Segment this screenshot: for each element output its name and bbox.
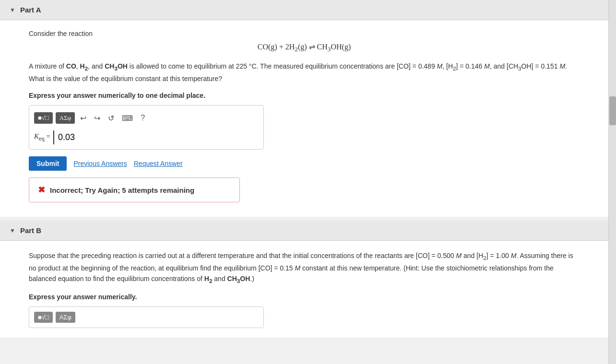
part-a-body: Consider the reaction CO(g) + 2H2(g) ⇌ C…	[0, 20, 608, 217]
part-b-header[interactable]: ▼ Part B	[0, 221, 608, 241]
x-icon: ✖	[38, 185, 45, 195]
greek-symbols-btn-b[interactable]: ΑΣφ	[56, 312, 75, 323]
scrollbar[interactable]	[608, 0, 616, 364]
greek-btn-b-label: ΑΣφ	[59, 314, 71, 321]
toolbar-b: ■√□ ΑΣφ	[34, 312, 259, 323]
keq-label: Keq =	[34, 132, 50, 142]
description-text: A mixture of CO, H2, and CH3OH is allowe…	[29, 61, 580, 84]
undo-icon: ↩	[80, 114, 86, 122]
part-b-chevron: ▼	[10, 227, 15, 234]
part-b-body: Suppose that the preceding reaction is c…	[0, 241, 608, 338]
math-btn-b-label: ■√□	[38, 314, 49, 321]
math-btn-label: ■√□	[38, 114, 49, 122]
incorrect-box: ✖ Incorrect; Try Again; 5 attempts remai…	[29, 177, 240, 202]
greek-btn-label: ΑΣφ	[59, 114, 71, 122]
keyboard-icon: ⌨	[122, 114, 133, 122]
keq-input[interactable]	[53, 130, 259, 144]
reaction-equation: CO(g) + 2H2(g) ⇌ CH3OH(g)	[29, 42, 580, 53]
refresh-btn[interactable]: ↺	[106, 113, 117, 124]
express-instruction: Express your answer numerically to one d…	[29, 92, 580, 99]
part-b-description: Suppose that the preceding reaction is c…	[29, 250, 580, 285]
refresh-icon: ↺	[108, 114, 114, 122]
part-a-title: Part A	[20, 6, 41, 14]
toolbar-a: ■√□ ΑΣφ ↩ ↪ ↺	[34, 110, 259, 126]
answer-box-b: ■√□ ΑΣφ	[29, 306, 264, 328]
undo-btn[interactable]: ↩	[78, 113, 89, 124]
submit-row: Submit Previous Answers Request Answer	[29, 156, 580, 171]
help-icon: ?	[141, 114, 145, 122]
part-a-chevron: ▼	[10, 7, 15, 13]
greek-symbols-btn[interactable]: ΑΣφ	[56, 112, 75, 124]
consider-text: Consider the reaction	[29, 30, 580, 37]
redo-icon: ↪	[94, 114, 100, 122]
math-template-btn[interactable]: ■√□	[34, 112, 53, 124]
part-b-express-instruction: Express your answer numerically.	[29, 293, 580, 301]
keq-row: Keq =	[34, 130, 259, 144]
incorrect-message: Incorrect; Try Again; 5 attempts remaini…	[50, 186, 194, 194]
part-a-section: ▼ Part A Consider the reaction CO(g) + 2…	[0, 0, 608, 217]
help-btn[interactable]: ?	[138, 113, 147, 123]
submit-button[interactable]: Submit	[29, 156, 67, 171]
part-b-title: Part B	[20, 226, 41, 235]
request-answer-link[interactable]: Request Answer	[134, 160, 183, 167]
keyboard-btn[interactable]: ⌨	[119, 113, 135, 124]
redo-btn[interactable]: ↪	[92, 113, 103, 124]
answer-box-a: ■√□ ΑΣφ ↩ ↪ ↺	[29, 105, 264, 150]
scrollbar-thumb[interactable]	[609, 96, 616, 125]
part-a-header[interactable]: ▼ Part A	[0, 0, 608, 20]
previous-answers-link[interactable]: Previous Answers	[73, 160, 127, 167]
part-b-section: ▼ Part B Suppose that the preceding reac…	[0, 221, 608, 338]
math-template-btn-b[interactable]: ■√□	[34, 312, 53, 323]
